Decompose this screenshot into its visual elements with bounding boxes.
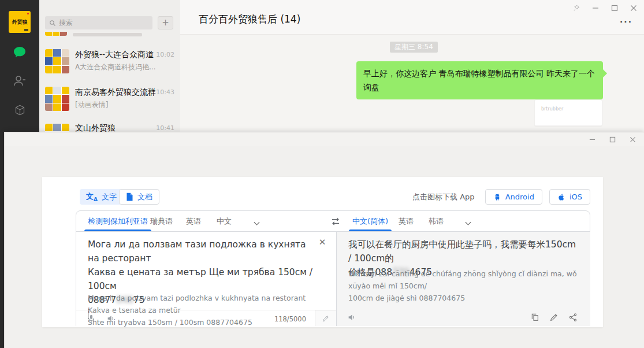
chat-time: 10:02 — [156, 51, 174, 58]
copy-translation-icon[interactable] — [530, 313, 539, 324]
clipped-text — [73, 33, 142, 36]
pinyin-transliteration: Wǒ kěyǐ zài cāntīng de chúfáng zhōng shǐ… — [348, 268, 579, 304]
chat-preview: A大连合众商道科技冯艳... — [75, 62, 162, 72]
source-lang-detected[interactable]: 检测到保加利亚语 — [88, 211, 148, 231]
search-input[interactable]: 搜索 — [45, 16, 152, 29]
character-counter: 118/5000 — [274, 315, 306, 323]
user-avatar[interactable]: 外贸狼 — [9, 11, 31, 33]
download-hint: 点击图标下载 App — [412, 192, 475, 202]
add-chat-button[interactable]: + — [158, 16, 173, 29]
target-lang-english[interactable]: 英语 — [399, 211, 414, 231]
chat-preview: [动画表情] — [75, 100, 162, 110]
more-menu-icon[interactable]: ··· — [620, 17, 632, 27]
chevron-down-icon[interactable] — [254, 219, 260, 224]
translator-titlebar — [5, 132, 644, 146]
android-button-label: Android — [505, 192, 534, 201]
source-lang-english[interactable]: 英语 — [186, 211, 201, 231]
chat-room-title: 百分百外贸狼售后 (14) — [199, 13, 300, 26]
share-translation-icon[interactable] — [568, 313, 578, 324]
chat-list-item[interactable]: 南京易客外贸狼交流群 10:43 [动画表情] — [39, 86, 180, 121]
listen-source-icon[interactable] — [106, 314, 116, 323]
chats-icon[interactable] — [13, 45, 27, 59]
translation-footer — [337, 310, 590, 326]
avatar — [45, 32, 67, 36]
message-text: 早上好，你这边客户 青岛布瑞特橡塑制品有限公司 昨天来了一个询盘 — [363, 69, 595, 92]
microphone-icon[interactable] — [87, 314, 96, 323]
link-card-text: brtrubber — [541, 106, 563, 112]
translator-toolbar: 文A 文字 文档 点击图标下载 App Android iOS — [42, 177, 603, 210]
maximize-icon[interactable] — [611, 5, 618, 12]
message-bubble[interactable]: 早上好，你这边客户 青岛布瑞特橡塑制品有限公司 昨天来了一个询盘 — [356, 61, 603, 99]
chat-title: 文山外贸狼 — [75, 123, 156, 132]
source-lang-swedish[interactable]: 瑞典语 — [150, 211, 173, 231]
android-icon — [493, 193, 501, 201]
avatar — [45, 124, 69, 132]
message-link-card[interactable]: brtrubber — [534, 99, 602, 126]
tab-document-label: 文档 — [137, 192, 152, 202]
apple-icon — [557, 193, 565, 201]
translator-window: 文A 文字 文档 点击图标下载 App Android iOS — [4, 132, 644, 348]
chat-time: 10:41 — [156, 124, 174, 132]
chat-list-item[interactable]: 外贸狼--大连合众商道 10:02 A大连合众商道科技冯艳... — [39, 48, 180, 84]
screen: 外贸狼 搜索 + 外贸狼--大连合众商道 10:02 A大连合众商道科技冯艳..… — [0, 0, 644, 348]
listen-translation-icon[interactable] — [347, 313, 356, 322]
moments-box-icon[interactable] — [14, 104, 26, 116]
swap-languages-icon[interactable] — [330, 216, 341, 227]
translator-content-card: 文A 文字 文档 点击图标下载 App Android iOS — [42, 177, 603, 327]
avatar — [45, 87, 69, 111]
pin-icon[interactable] — [573, 5, 580, 12]
translation-result-panel: 我可以在餐厅的厨房中使用此垫子吗，我需要每米150cm / 100cm的 价格是… — [336, 232, 590, 326]
language-bar: 检测到保加利亚语 瑞典语 英语 中文 中文(简体) 英语 韩语 — [76, 211, 590, 232]
edit-source-button[interactable] — [315, 310, 336, 326]
ios-download-button[interactable]: iOS — [549, 189, 590, 205]
document-icon — [126, 192, 133, 201]
source-line: Мога ли да ползвам тази подложка в кухня… — [88, 238, 313, 265]
tab-text-label: 文字 — [102, 192, 117, 202]
message-row: 早上好，你这边客户 青岛布瑞特橡塑制品有限公司 昨天来了一个询盘 — [356, 61, 603, 99]
translated-line: 我可以在餐厅的厨房中使用此垫子吗，我需要每米150cm / 100cm的 — [348, 238, 579, 265]
clear-source-icon[interactable]: ✕ — [317, 236, 328, 248]
close-icon[interactable] — [630, 5, 637, 12]
suggest-edit-icon[interactable] — [549, 313, 559, 324]
chat-header: 百分百外贸狼售后 (14) ··· — [180, 0, 644, 35]
translate-icon: 文A — [86, 191, 98, 202]
ios-button-label: iOS — [569, 192, 582, 201]
add-chat-label: + — [162, 17, 169, 28]
chat-list-item-partial-bottom[interactable]: 文山外贸狼 10:41 — [39, 119, 180, 132]
minimize-icon[interactable] — [592, 5, 599, 12]
chat-time: 10:43 — [156, 88, 174, 96]
chevron-down-icon[interactable] — [465, 219, 471, 224]
search-icon — [49, 20, 56, 27]
android-download-button[interactable]: Android — [485, 189, 542, 205]
tab-document-translate[interactable]: 文档 — [119, 189, 159, 205]
maximize-icon[interactable] — [609, 136, 616, 143]
search-placeholder: 搜索 — [59, 18, 73, 28]
date-badge: 星期三 8:54 — [390, 42, 438, 53]
tab-text-translate[interactable]: 文A 文字 — [80, 189, 123, 205]
contacts-icon[interactable] — [13, 74, 27, 88]
chat-title: 南京易客外贸狼交流群 — [75, 87, 156, 98]
minimize-icon[interactable] — [589, 136, 595, 143]
close-icon[interactable] — [630, 136, 636, 143]
pencil-icon — [322, 314, 330, 323]
target-lang-chinese-simplified[interactable]: 中文(简体) — [352, 211, 388, 231]
source-lang-chinese[interactable]: 中文 — [217, 211, 232, 231]
source-text-panel[interactable]: Мога ли да ползвам тази подложка в кухня… — [76, 232, 336, 326]
translate-panel: 检测到保加利亚语 瑞典语 英语 中文 中文(简体) 英语 韩语 Мога ли … — [76, 210, 590, 326]
user-avatar-label: 外贸狼 — [12, 18, 28, 26]
target-lang-korean[interactable]: 韩语 — [429, 211, 444, 231]
source-line: Каква е цената за метър Ще ми трябва 150… — [88, 265, 313, 293]
source-footer: 118/5000 — [76, 310, 336, 326]
chat-list-item-partial-top[interactable] — [39, 32, 180, 38]
chat-title: 外贸狼--大连合众商道 — [75, 50, 156, 60]
avatar — [45, 49, 69, 73]
